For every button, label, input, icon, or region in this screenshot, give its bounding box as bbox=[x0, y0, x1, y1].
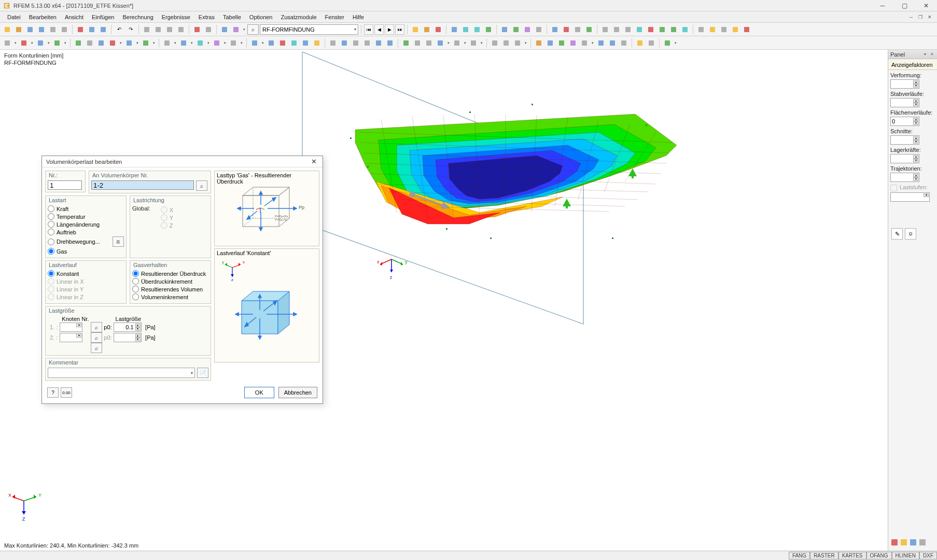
radio-auftrieb[interactable] bbox=[48, 229, 54, 235]
tb-paste[interactable] bbox=[98, 24, 108, 35]
td-ddg1[interactable]: ▾ bbox=[524, 41, 528, 45]
td-b4[interactable] bbox=[107, 38, 118, 48]
tb-dd1[interactable]: ▾ bbox=[242, 27, 246, 32]
td-i1[interactable] bbox=[635, 38, 645, 48]
td-d2[interactable] bbox=[266, 38, 276, 48]
td-e4[interactable] bbox=[362, 38, 372, 48]
nav-next[interactable]: ▶ bbox=[385, 24, 394, 35]
close-button[interactable]: ✕ bbox=[915, 0, 937, 11]
status-kartes[interactable]: KARTES bbox=[838, 552, 866, 559]
mdi-minimize-button[interactable]: ─ bbox=[907, 13, 915, 21]
radio-gas-volumen[interactable] bbox=[132, 286, 139, 292]
td-g3[interactable] bbox=[512, 38, 523, 48]
td-a2[interactable] bbox=[19, 38, 29, 48]
tb-r7[interactable] bbox=[483, 24, 494, 35]
tb-r25[interactable] bbox=[707, 24, 718, 35]
td-dd4[interactable]: ▾ bbox=[63, 41, 67, 45]
input-an-volume[interactable] bbox=[91, 180, 194, 190]
panel-close-icon[interactable]: ✕ bbox=[929, 51, 935, 58]
tb-r16[interactable] bbox=[600, 24, 610, 35]
td-ddc3[interactable]: ▾ bbox=[206, 41, 211, 45]
td-b3[interactable] bbox=[96, 38, 106, 48]
td-d4[interactable] bbox=[289, 38, 299, 48]
td-b1[interactable] bbox=[73, 38, 83, 48]
tb-r15[interactable] bbox=[584, 24, 594, 35]
td-ddc1[interactable]: ▾ bbox=[173, 41, 177, 45]
tb-print[interactable] bbox=[48, 24, 58, 35]
tb-r17[interactable] bbox=[611, 24, 622, 35]
radio-gas[interactable] bbox=[48, 248, 54, 255]
tb-r24[interactable] bbox=[696, 24, 706, 35]
td-g2[interactable] bbox=[501, 38, 511, 48]
tb-r20[interactable] bbox=[646, 24, 656, 35]
tb-r2[interactable] bbox=[422, 24, 432, 35]
tb-r18[interactable] bbox=[623, 24, 633, 35]
tb-r26[interactable] bbox=[719, 24, 729, 35]
panel-pin-icon[interactable]: ▾ bbox=[922, 51, 928, 58]
tb-r23[interactable] bbox=[680, 24, 690, 35]
td-a4[interactable] bbox=[52, 38, 62, 48]
nav-prev[interactable]: ◀ bbox=[374, 24, 384, 35]
radio-kraft[interactable] bbox=[48, 205, 54, 212]
module-combo[interactable]: RF-FORMFINDUNG bbox=[260, 24, 358, 35]
nav-first[interactable]: ⏮ bbox=[364, 24, 373, 35]
tb-r1[interactable] bbox=[410, 24, 421, 35]
spin-stabverlaufe[interactable]: ▴▾ bbox=[890, 98, 919, 107]
td-c2[interactable] bbox=[178, 38, 189, 48]
td-dd2[interactable]: ▾ bbox=[30, 41, 34, 45]
panel-apply-button[interactable]: ✎ bbox=[891, 228, 903, 240]
radio-laengen[interactable] bbox=[48, 221, 54, 228]
td-d1[interactable] bbox=[249, 38, 260, 48]
menu-hilfe[interactable]: Hilfe bbox=[348, 12, 368, 22]
panel-tab2-icon[interactable] bbox=[901, 539, 908, 547]
td-h7[interactable] bbox=[607, 38, 618, 48]
tb-r21[interactable] bbox=[657, 24, 667, 35]
pick-knoten2-button[interactable]: ⌕ bbox=[91, 332, 102, 343]
td-ddc4[interactable]: ▾ bbox=[223, 41, 227, 45]
tb-i1[interactable] bbox=[142, 24, 152, 35]
td-ddc2[interactable]: ▾ bbox=[190, 41, 194, 45]
drehbewegung-settings-button[interactable]: ⛭ bbox=[113, 236, 124, 247]
tb-i2[interactable] bbox=[153, 24, 163, 35]
tb-r8[interactable] bbox=[499, 24, 510, 35]
mdi-restore-button[interactable]: ❐ bbox=[916, 13, 925, 21]
tb-new[interactable] bbox=[2, 24, 12, 35]
menu-ergebnisse[interactable]: Ergebnisse bbox=[158, 12, 194, 22]
tb-r27[interactable] bbox=[730, 24, 740, 35]
tb-r14[interactable] bbox=[572, 24, 583, 35]
tb-i8[interactable] bbox=[231, 24, 241, 35]
td-a1[interactable] bbox=[2, 38, 12, 48]
spin-schnitte[interactable]: ▴▾ bbox=[890, 135, 919, 145]
mdi-close-button[interactable]: ✕ bbox=[926, 13, 934, 21]
panel-tab3-icon[interactable] bbox=[910, 539, 917, 547]
tb-r5[interactable] bbox=[460, 24, 471, 35]
input-nr[interactable] bbox=[48, 180, 82, 190]
tb-copy[interactable] bbox=[87, 24, 97, 35]
status-dxf[interactable]: DXF bbox=[919, 552, 937, 559]
tb-r4[interactable] bbox=[449, 24, 459, 35]
nav-last[interactable]: ⏭ bbox=[395, 24, 404, 35]
dialog-titlebar[interactable]: Volumenkörperlast bearbeiten ✕ bbox=[42, 156, 323, 167]
tb-i3[interactable] bbox=[164, 24, 175, 35]
td-c4[interactable] bbox=[212, 38, 222, 48]
td-c1[interactable] bbox=[162, 38, 172, 48]
panel-settings-button[interactable]: ⛭ bbox=[905, 228, 916, 240]
pick-knoten-all-button[interactable]: ⌕ bbox=[91, 343, 102, 353]
td-d5[interactable] bbox=[300, 38, 311, 48]
td-ddf1[interactable]: ▾ bbox=[446, 41, 451, 45]
pick-volume-button[interactable]: ⌕ bbox=[196, 180, 207, 191]
td-ddj1[interactable]: ▾ bbox=[674, 41, 678, 45]
tb-r11[interactable] bbox=[534, 24, 544, 35]
td-ddd1[interactable]: ▾ bbox=[261, 41, 265, 45]
pick-knoten1-button[interactable]: ⌕ bbox=[91, 322, 102, 332]
menu-einfuegen[interactable]: Einfügen bbox=[88, 12, 118, 22]
radio-gas-ueberdruck[interactable] bbox=[132, 270, 139, 277]
spin-verformung[interactable]: ▴▾ bbox=[890, 79, 919, 89]
td-h5[interactable] bbox=[579, 38, 590, 48]
td-ddb1[interactable]: ▾ bbox=[119, 41, 123, 45]
td-e6[interactable] bbox=[385, 38, 395, 48]
spin-flachenverlaufe[interactable]: 0▴▾ bbox=[890, 117, 919, 126]
tb-i7[interactable] bbox=[219, 24, 230, 35]
tb-pick1[interactable]: ⌕ bbox=[247, 24, 259, 35]
menu-datei[interactable]: Datei bbox=[3, 12, 25, 22]
